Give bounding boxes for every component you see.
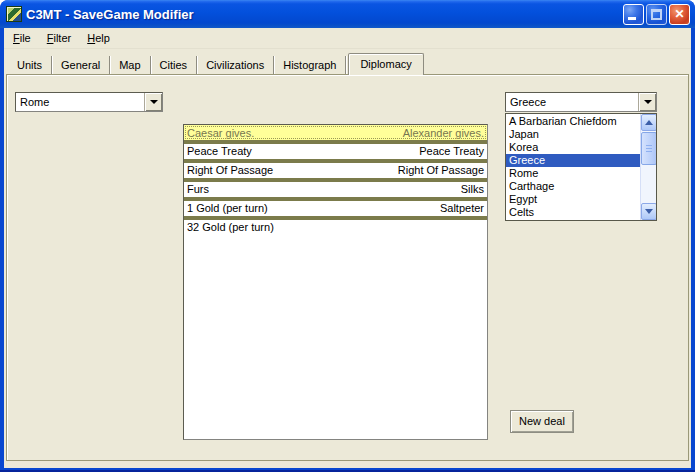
list-item[interactable]: Japan — [506, 128, 640, 141]
window-controls: ✕ — [623, 4, 690, 25]
deal-table: Caesar gives. Alexander gives. Peace Tre… — [183, 124, 488, 440]
deal-row[interactable]: Peace Treaty Peace Treaty — [184, 144, 487, 163]
menu-help[interactable]: Help — [79, 29, 118, 47]
chevron-down-icon — [150, 100, 158, 104]
tab-control: Units General Map Cities Civilizations H… — [6, 52, 689, 461]
civ-list-items: A Barbarian Chiefdom Japan Korea Greece … — [506, 115, 640, 219]
arrow-up-icon — [645, 120, 653, 125]
list-item[interactable]: Carthage — [506, 180, 640, 193]
right-civ-combobox[interactable]: Greece — [505, 92, 657, 112]
deal-cell-right: Right Of Passage — [398, 163, 484, 178]
app-icon — [6, 6, 22, 22]
deal-cell-right: Saltpeter — [440, 201, 484, 216]
arrow-down-icon — [645, 209, 653, 214]
tab-units[interactable]: Units — [8, 56, 52, 74]
tab-diplomacy[interactable]: Diplomacy — [348, 53, 423, 75]
new-deal-button[interactable]: New deal — [510, 410, 574, 433]
deal-cell-left: 32 Gold (per turn) — [187, 220, 274, 239]
left-civ-dropdown-button[interactable] — [144, 93, 162, 111]
list-item[interactable]: Egypt — [506, 193, 640, 206]
menu-filter[interactable]: Filter — [39, 29, 79, 47]
client-area: File Filter Help Units General Map Citie… — [4, 28, 691, 468]
deal-row[interactable]: Right Of Passage Right Of Passage — [184, 163, 487, 182]
tab-map[interactable]: Map — [110, 56, 150, 74]
deal-row[interactable]: 32 Gold (per turn) — [184, 220, 487, 239]
left-civ-combobox[interactable]: Rome — [15, 92, 163, 112]
scroll-down-button[interactable] — [641, 203, 657, 220]
deal-cell-left: 1 Gold (per turn) — [187, 201, 268, 216]
tab-cities[interactable]: Cities — [151, 56, 198, 74]
list-item[interactable]: Korea — [506, 141, 640, 154]
civ-listbox: A Barbarian Chiefdom Japan Korea Greece … — [505, 113, 657, 221]
chevron-down-icon — [644, 100, 652, 104]
scrollbar-grip-icon — [646, 145, 652, 153]
menu-file[interactable]: File — [5, 29, 39, 47]
menubar: File Filter Help — [4, 28, 691, 49]
list-item[interactable]: A Barbarian Chiefdom — [506, 115, 640, 128]
minimize-icon — [628, 17, 636, 20]
diplomacy-page: Rome Greece A Barbarian Chiefdom — [6, 74, 689, 461]
deal-cell-left: Furs — [187, 182, 209, 197]
deal-header-right: Alexander gives. — [403, 126, 484, 140]
maximize-icon — [651, 9, 662, 20]
deal-row[interactable]: 1 Gold (per turn) Saltpeter — [184, 201, 487, 220]
scrollbar-thumb[interactable] — [641, 132, 657, 165]
list-item[interactable]: Rome — [506, 167, 640, 180]
maximize-button[interactable] — [646, 4, 667, 25]
right-civ-dropdown-button[interactable] — [638, 93, 656, 111]
left-civ-value: Rome — [16, 93, 144, 111]
tab-histograph[interactable]: Histograph — [274, 56, 346, 74]
scroll-up-button[interactable] — [641, 114, 657, 131]
deal-header-left: Caesar gives. — [187, 126, 254, 140]
deal-row[interactable]: Furs Silks — [184, 182, 487, 201]
close-button[interactable]: ✕ — [669, 4, 690, 25]
deal-cell-right: Peace Treaty — [419, 144, 484, 159]
deal-cell-left: Peace Treaty — [187, 144, 252, 159]
minimize-button[interactable] — [623, 4, 644, 25]
deal-cell-left: Right Of Passage — [187, 163, 273, 178]
window-title: C3MT - SaveGame Modifier — [26, 7, 194, 22]
tabstrip: Units General Map Cities Civilizations H… — [6, 52, 689, 74]
tab-civilizations[interactable]: Civilizations — [197, 56, 274, 74]
right-civ-value: Greece — [506, 93, 638, 111]
app-window: C3MT - SaveGame Modifier ✕ File Filter H… — [0, 0, 695, 472]
list-item[interactable]: Celts — [506, 206, 640, 219]
deal-header-row[interactable]: Caesar gives. Alexander gives. — [184, 125, 487, 144]
titlebar[interactable]: C3MT - SaveGame Modifier ✕ — [0, 0, 695, 28]
tab-general[interactable]: General — [52, 56, 110, 74]
deal-cell-right: Silks — [461, 182, 484, 197]
list-item-selected[interactable]: Greece — [506, 154, 640, 167]
listbox-scrollbar[interactable] — [640, 114, 656, 220]
close-icon: ✕ — [670, 7, 689, 22]
